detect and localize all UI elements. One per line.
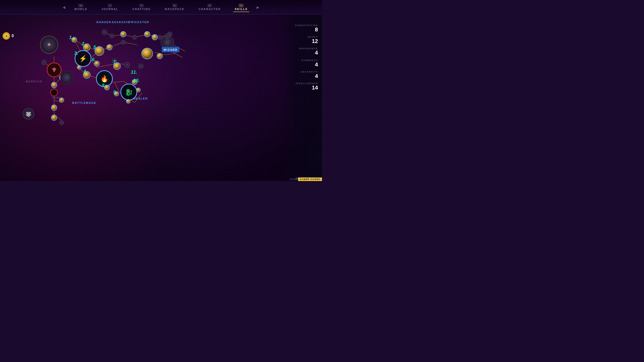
dark-node-7r[interactable] [125,62,130,67]
node-top-3[interactable] [120,31,126,37]
main-content: ♆ ✦ ⚡ 🔥 [0,15,322,181]
right-node-4-large[interactable] [142,48,153,59]
beast-rune: 🐺 [26,112,31,117]
key-badge-skills: H [239,4,244,7]
stat-intelligence-value: 14 [283,85,318,91]
label-tank: TANK [52,96,61,99]
label-warrior: WARRIOR [25,80,42,83]
nav-item-world[interactable]: M WORLD [67,3,95,12]
extra-node-3[interactable] [77,65,81,69]
warrior-node-lower3[interactable] [51,115,57,120]
extra-node-6[interactable] [126,99,130,103]
nav-item-crafting[interactable]: V CRAFTING [125,3,158,12]
annotation-1: 1. [69,35,73,40]
extra-node-5[interactable] [136,88,140,92]
annotation-11: 11. [131,70,137,75]
annotation-9: 9. [113,90,117,95]
warrior-rune: ♆ [52,67,57,73]
stat-spirit: SPIRIT 12 [283,34,322,45]
flame-rune: 🔥 [100,75,109,83]
stat-strength: STRENGTH 4 [283,57,322,69]
watermark-text: ZOOM [290,178,298,180]
node-top-1[interactable] [102,30,107,35]
warrior-node-lower1[interactable] [51,82,57,88]
stat-dexterity-value: 4 [283,73,318,79]
node-top-2[interactable] [110,34,114,38]
nav-label-journal: JOURNAL [101,8,118,11]
annotation-2: 2. [82,41,86,46]
nav-item-journal[interactable]: J JOURNAL [94,3,125,12]
stat-endurance: ENDURANCE 4 [283,45,322,57]
skill-tree[interactable]: ♆ ✦ ⚡ 🔥 [0,15,322,181]
label-healer: HEALER [133,97,148,100]
extra-node-7[interactable] [139,64,143,68]
svg-line-42 [175,54,182,57]
dragon-rune: 🐉 [125,88,133,96]
annotation-8: 8. [102,83,106,88]
extra-node-1[interactable] [107,44,112,50]
extra-node-2[interactable] [121,40,125,44]
warrior-nodes[interactable]: ♆ [42,60,64,125]
gamer-guides-text: GAMER GUIDES [300,178,320,180]
nav-label-backpack: BACKPACK [165,8,184,11]
stat-strength-label: STRENGTH [283,59,318,62]
key-badge-crafting: V [139,4,144,7]
stat-dexterity-label: DEXTERITY [283,71,318,73]
medallion-rune: ✦ [47,41,52,48]
node-top-6[interactable] [158,35,162,39]
right-node-5[interactable] [157,53,163,59]
label-assassin: ASSASSIN [112,21,130,24]
nav-label-world: WORLD [74,8,88,11]
label-battlemage: BATTLEMAGE [72,101,96,104]
coin-icon: ◈ [3,32,10,40]
nav-arrow-left[interactable]: ◀ [61,5,67,9]
warrior-side-node-4[interactable] [60,121,64,125]
stat-strength-value: 4 [283,62,318,68]
annotation-5: 5. [93,45,97,50]
stat-spirit-value: 12 [283,38,318,44]
label-ranger: RANGER [96,21,111,24]
annotation-4: 4. [83,69,87,74]
right-node-1[interactable] [152,34,157,40]
nav-item-character[interactable]: N CHARACTER [191,3,228,12]
node-top-4[interactable] [133,35,137,39]
node-top-5[interactable] [144,31,150,37]
label-trickster: TRICKSTER [129,21,149,24]
stat-intelligence: INTELLIGENCE 14 [283,80,322,92]
stat-constitution-label: CONSTITUTION [283,24,318,27]
stat-endurance-label: ENDURANCE [283,47,318,50]
svg-line-41 [165,54,175,55]
warrior-red-lower[interactable] [51,89,58,96]
nav-label-crafting: CRAFTING [132,8,151,11]
key-badge-journal: J [108,4,112,7]
label-wizard: WIZARD [164,48,178,51]
gamer-guides-logo: GAMER GUIDES [298,177,322,181]
stat-endurance-value: 4 [283,50,318,56]
nav-item-backpack[interactable]: B BACKPACK [158,3,191,12]
stat-dexterity: DEXTERITY 4 [283,69,322,80]
warrior-side-node-1[interactable] [42,60,46,65]
stat-constitution: CONSTITUTION 8 [283,22,322,34]
stats-panel: CONSTITUTION 8 SPIRIT 12 ENDURANCE 4 STR… [283,15,322,181]
right-node-6[interactable] [165,34,170,38]
nav-item-skills[interactable]: H SKILLS [228,3,255,12]
annotation-3: 3. [74,51,78,56]
coin-count: 0 [12,34,14,38]
key-badge-backpack: B [173,4,177,7]
topbar: ◀ M WORLD J JOURNAL V CRAFTING B BACKPAC… [0,0,322,15]
key-badge-character: N [208,4,212,7]
annotation-10: 10. [133,78,140,83]
key-badge-world: M [78,4,83,7]
annotation-7: 7. [113,60,117,65]
nav-arrow-right[interactable]: ▶ [255,5,261,9]
annotation-6: 6. [92,57,96,62]
watermark: ZOOM GAMER GUIDES [290,177,322,181]
warrior-node-lower2[interactable] [51,105,57,110]
stat-constitution-value: 8 [283,27,318,33]
skill-node-3-rune: ⚡ [79,55,87,63]
top-nodes[interactable] [102,30,172,39]
nav-label-character: CHARACTER [198,8,221,11]
large-dark-node-4[interactable] [60,71,73,84]
gold-coin-counter: ◈ 0 [3,32,14,40]
svg-line-25 [114,81,123,82]
